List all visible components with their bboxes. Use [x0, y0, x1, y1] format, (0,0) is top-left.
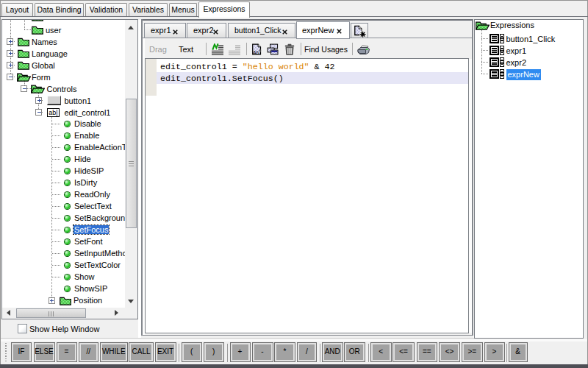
svg-text:Ab: Ab: [253, 50, 259, 55]
